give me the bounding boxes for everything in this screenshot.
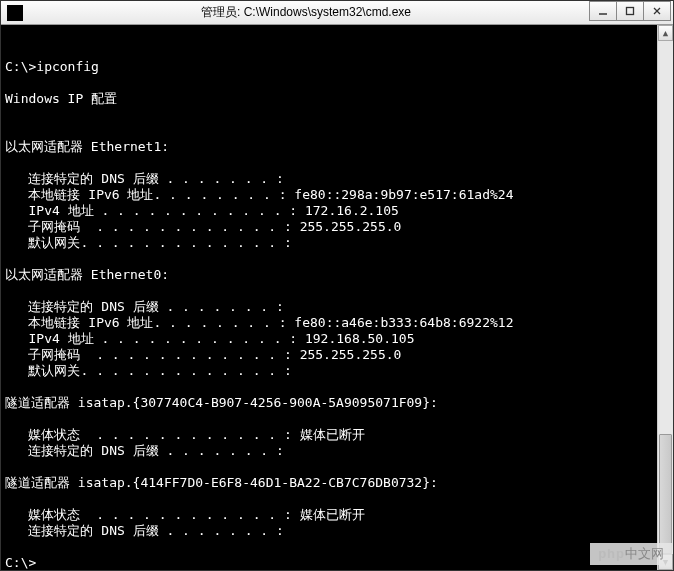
window-controls bbox=[590, 1, 671, 21]
titlebar[interactable]: 管理员: C:\Windows\system32\cmd.exe bbox=[1, 1, 673, 25]
maximize-button[interactable] bbox=[616, 1, 644, 21]
close-icon bbox=[652, 6, 662, 16]
terminal-area[interactable]: C:\>ipconfig Windows IP 配置 以太网适配器 Ethern… bbox=[1, 25, 673, 570]
close-button[interactable] bbox=[643, 1, 671, 21]
watermark: php中文网 bbox=[590, 543, 672, 565]
scroll-thumb[interactable] bbox=[659, 434, 672, 554]
app-icon bbox=[7, 5, 23, 21]
window-title: 管理员: C:\Windows\system32\cmd.exe bbox=[29, 4, 673, 21]
minimize-button[interactable] bbox=[589, 1, 617, 21]
cmd-window: 管理员: C:\Windows\system32\cmd.exe C:\>ipc… bbox=[0, 0, 674, 571]
scroll-up-arrow-icon[interactable]: ▲ bbox=[658, 25, 673, 41]
terminal-output: C:\>ipconfig Windows IP 配置 以太网适配器 Ethern… bbox=[5, 59, 673, 570]
maximize-icon bbox=[625, 6, 635, 16]
vertical-scrollbar[interactable]: ▲ ▼ bbox=[657, 25, 673, 570]
scroll-track[interactable] bbox=[658, 41, 673, 554]
watermark-suffix: 中文网 bbox=[625, 546, 664, 561]
watermark-brand: php bbox=[598, 546, 625, 561]
svg-rect-1 bbox=[627, 8, 634, 15]
minimize-icon bbox=[598, 6, 608, 16]
